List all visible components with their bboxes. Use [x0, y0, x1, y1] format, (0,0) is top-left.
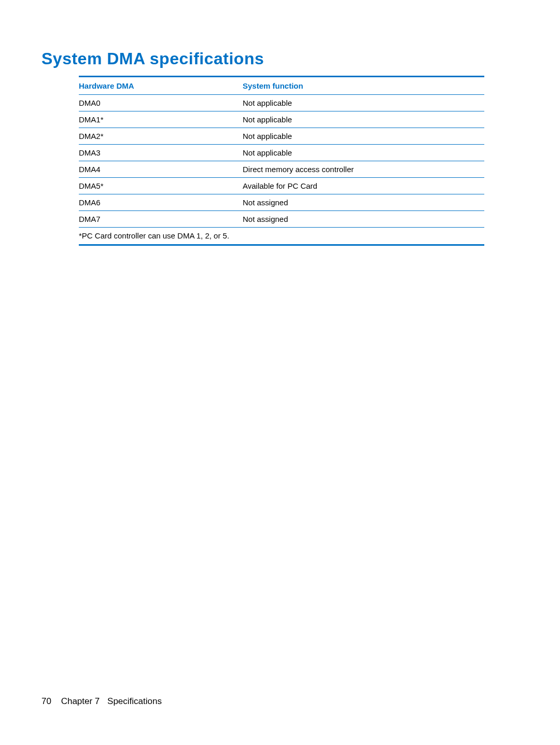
- cell-hardware: DMA0: [79, 99, 243, 107]
- cell-hardware: DMA4: [79, 165, 243, 174]
- chapter-label: Chapter 7: [61, 696, 100, 706]
- table-footnote-row: *PC Card controller can use DMA 1, 2, or…: [79, 228, 484, 244]
- table-row: DMA0 Not applicable: [79, 95, 484, 111]
- table-row: DMA5* Available for PC Card: [79, 178, 484, 194]
- table-row: DMA2* Not applicable: [79, 128, 484, 145]
- cell-function: Not applicable: [243, 115, 484, 124]
- cell-function: Not assigned: [243, 198, 484, 207]
- table-footnote: *PC Card controller can use DMA 1, 2, or…: [79, 231, 484, 240]
- cell-hardware: DMA3: [79, 148, 243, 157]
- cell-function: Not assigned: [243, 215, 484, 223]
- table-row: DMA3 Not applicable: [79, 145, 484, 161]
- table-row: DMA7 Not assigned: [79, 211, 484, 228]
- cell-hardware: DMA6: [79, 198, 243, 207]
- page-heading: System DMA specifications: [41, 49, 519, 68]
- cell-function: Not applicable: [243, 132, 484, 140]
- page-number: 70: [41, 696, 51, 706]
- cell-hardware: DMA7: [79, 215, 243, 223]
- dma-table: Hardware DMA System function DMA0 Not ap…: [79, 76, 484, 246]
- cell-function: Not applicable: [243, 99, 484, 107]
- table-header-row: Hardware DMA System function: [79, 76, 484, 95]
- table-header-col2: System function: [243, 81, 484, 90]
- cell-function: Not applicable: [243, 148, 484, 157]
- table-row: DMA1* Not applicable: [79, 111, 484, 128]
- cell-function: Available for PC Card: [243, 181, 484, 190]
- table-row: DMA6 Not assigned: [79, 194, 484, 211]
- cell-hardware: DMA5*: [79, 181, 243, 190]
- cell-function: Direct memory access controller: [243, 165, 484, 174]
- chapter-title: Specifications: [107, 696, 162, 706]
- page-footer: 70 Chapter 7 Specifications: [41, 696, 162, 707]
- table-row: DMA4 Direct memory access controller: [79, 161, 484, 178]
- table-header-col1: Hardware DMA: [79, 81, 243, 90]
- cell-hardware: DMA2*: [79, 132, 243, 140]
- cell-hardware: DMA1*: [79, 115, 243, 124]
